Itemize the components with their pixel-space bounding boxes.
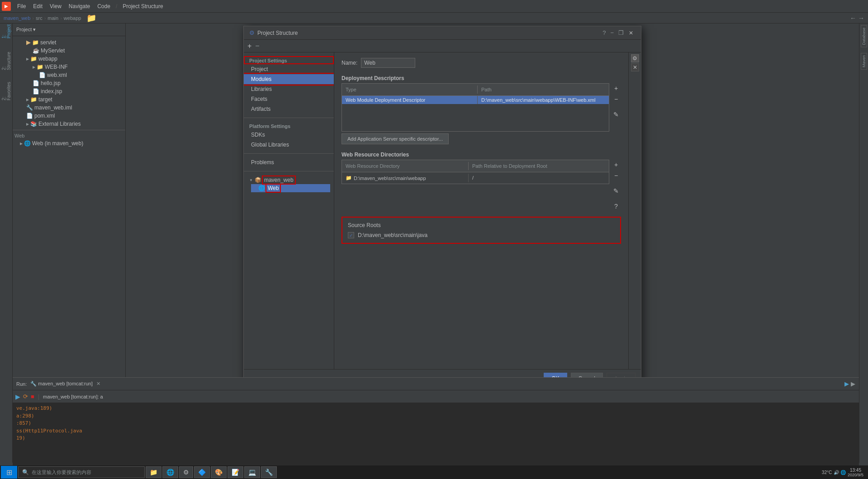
right-sidebar-tab1[interactable]: Database <box>861 25 867 47</box>
tree-item-myservlet[interactable]: ☕ MyServlet <box>13 47 125 55</box>
nav-item-artifacts[interactable]: Artifacts <box>244 104 334 114</box>
console-line-2: a:298) <box>16 413 855 420</box>
name-label: Name: <box>342 60 357 66</box>
nav-forward-btn[interactable]: → <box>858 14 864 22</box>
nav-item-modules[interactable]: Modules <box>244 74 334 84</box>
dialog-restore-btn[interactable]: ❐ <box>617 29 626 36</box>
project-icon[interactable]: 1: Project <box>0 25 12 37</box>
module-tree-root[interactable]: ▼ 📦 maven_web <box>247 176 330 184</box>
add-server-btn[interactable]: Add Application Server specific descript… <box>342 133 449 144</box>
taskbar-app-1[interactable]: 📁 <box>146 466 161 478</box>
tree-item-webinf[interactable]: ▶ 📁 WEB-INF <box>13 63 125 71</box>
run-play2-btn[interactable]: ▶ <box>851 380 855 387</box>
right-sidebar-tab2[interactable]: Maven <box>861 53 867 70</box>
source-root-path: D:\maven_web\src\main\java <box>358 232 427 238</box>
wrd-row-0[interactable]: 📁 D:\maven_web\src\main\webapp / <box>342 172 609 184</box>
wrd-header: Web Resource Directory Path Relative to … <box>342 160 609 172</box>
java-icon-myservlet: ☕ <box>33 47 39 54</box>
run-btn-stop[interactable]: ■ <box>31 393 34 400</box>
tree-item-indexjsp[interactable]: 📄 index.jsp <box>13 87 125 95</box>
taskbar-app-6[interactable]: 💻 <box>244 466 260 478</box>
xml-icon-webxml: 📄 <box>39 72 46 78</box>
dialog-close-btn[interactable]: ✕ <box>626 28 636 38</box>
run-close-btn[interactable]: ✕ <box>96 381 100 387</box>
tree-item-hellojsp[interactable]: 📄 hello.jsp <box>13 79 125 87</box>
structure-icon[interactable]: 2: Structure <box>0 55 12 67</box>
breadcrumb-item-src[interactable]: src <box>36 15 43 21</box>
taskbar-app-5[interactable]: 📝 <box>228 466 243 478</box>
nav-item-project[interactable]: Project <box>244 64 334 74</box>
web-module-icon-nav: 🌐 <box>258 185 265 191</box>
nav-item-global-libs[interactable]: Global Libraries <box>244 140 334 150</box>
left-sidebar: 1: Project 2: Structure 2: Favorites <box>0 24 13 463</box>
bottom-panel-header: Run: 🔧 maven_web [tomcat:run] ✕ ▶ ▶ <box>13 378 859 390</box>
tree-item-webapp[interactable]: ▶ 📁 webapp <box>13 55 125 63</box>
dd-add-btn[interactable]: + <box>611 83 621 93</box>
taskbar-app-7[interactable]: 🔧 <box>261 466 277 478</box>
source-roots-title: Source Roots <box>348 222 615 228</box>
menu-project-structure[interactable]: Project Structure <box>119 1 166 11</box>
web-section-label: Web <box>14 133 24 138</box>
taskbar-app-intellij[interactable]: 🔷 <box>194 466 210 478</box>
web-module-icon-tree: 🌐 <box>24 140 31 147</box>
tree-item-target[interactable]: ▶ 📁 target <box>13 95 125 104</box>
name-row: Name: <box>342 58 621 68</box>
dd-remove-btn[interactable]: − <box>611 94 621 104</box>
nav-item-libraries[interactable]: Libraries <box>244 84 334 94</box>
tree-item-servlet[interactable]: ▶ 📁 servlet <box>13 38 125 47</box>
taskbar-app-2[interactable]: 🌐 <box>162 466 178 478</box>
taskbar-app-4[interactable]: 🎨 <box>211 466 227 478</box>
run-btn-play-green[interactable]: ▶ <box>15 393 20 400</box>
remove-module-btn[interactable]: − <box>255 42 259 50</box>
wrd-edit-btn[interactable]: ✎ <box>611 186 621 196</box>
console-line-1: ve.java:189) <box>16 405 855 413</box>
menu-navigate[interactable]: Navigate <box>65 1 94 11</box>
add-module-btn[interactable]: + <box>247 42 251 50</box>
wrd-cell-dir: 📁 D:\maven_web\src\main\webapp <box>342 174 469 182</box>
favorites-icon[interactable]: 2: Favorites <box>0 85 12 97</box>
menu-file[interactable]: File <box>14 1 29 11</box>
folder-icon-breadcrumb: 📁 <box>86 13 96 23</box>
dialog-content: Name: Deployment Descriptors Type Path <box>334 52 628 369</box>
right-tool-close[interactable]: ✕ <box>631 63 639 71</box>
wrd-question-btn[interactable]: ? <box>611 201 621 211</box>
tree-item-webxml[interactable]: 📄 web.xml <box>13 71 125 79</box>
dialog-minimize-btn[interactable]: − <box>608 29 616 36</box>
run-btn-restart[interactable]: ⟳ <box>23 393 28 400</box>
menu-view[interactable]: View <box>46 1 65 11</box>
taskbar-search[interactable]: 🔍 在这里输入你要搜索的内容 <box>18 466 145 478</box>
nav-back-btn[interactable]: ← <box>850 14 856 22</box>
nav-item-problems[interactable]: Problems <box>244 157 334 167</box>
name-input[interactable] <box>361 58 415 68</box>
breadcrumb-item-webapp[interactable]: webapp <box>64 15 81 21</box>
tree-item-pomxml[interactable]: 📄 pom.xml <box>13 112 125 120</box>
menu-code[interactable]: Code <box>94 1 114 11</box>
run-play-btn[interactable]: ▶ <box>844 380 849 387</box>
tree-item-iml[interactable]: 🔧 maven_web.iml <box>13 104 125 112</box>
tree-item-web-in-maven[interactable]: ▶ 🌐 Web (in maven_web) <box>13 139 125 147</box>
right-tool-1[interactable]: ⚙ <box>631 54 639 62</box>
folder-icon-target: 📁 <box>30 96 37 103</box>
module-tree-web[interactable]: 🌐 Web <box>251 184 330 192</box>
dd-edit-btn[interactable]: ✎ <box>611 109 621 119</box>
breadcrumb-item-maven[interactable]: maven_web <box>4 15 30 21</box>
taskbar-app-3[interactable]: ⚙ <box>179 466 193 478</box>
nav-item-sdks[interactable]: SDKs <box>244 130 334 140</box>
wrd-remove-btn[interactable]: − <box>611 171 621 180</box>
menu-edit[interactable]: Edit <box>29 1 46 11</box>
dd-row-0[interactable]: Web Module Deployment Descriptor D:\mave… <box>342 96 609 104</box>
project-dropdown[interactable]: Project ▾ <box>16 27 36 33</box>
start-button[interactable]: ⊞ <box>1 466 17 479</box>
console-output: ve.java:189) a:298) :857) ss(Http11Proto… <box>13 403 859 444</box>
tree-item-extlibs[interactable]: ▶ 📚 External Libraries <box>13 120 125 128</box>
nav-item-facets[interactable]: Facets <box>244 94 334 104</box>
clock[interactable]: 13:45 2020/9/5 <box>848 468 863 477</box>
wrd-cell-path: / <box>469 174 609 182</box>
breadcrumb-item-main[interactable]: main <box>47 15 58 21</box>
iml-icon: 🔧 <box>26 104 33 111</box>
run-config-label: maven_web [tomcat:run]: a <box>43 394 103 399</box>
dialog-question[interactable]: ? <box>601 29 607 36</box>
wrd-tools: + − ✎ ? <box>611 160 621 211</box>
wrd-add-btn[interactable]: + <box>611 160 621 170</box>
source-root-checkbox[interactable] <box>348 232 354 238</box>
